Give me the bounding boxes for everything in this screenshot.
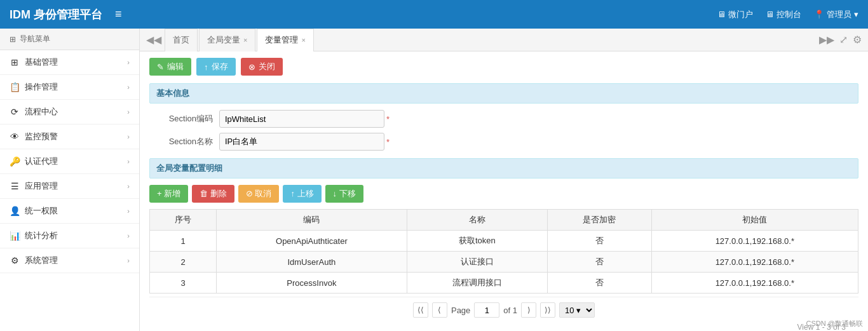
chevron-right-icon: › [127, 257, 130, 264]
tab-label: 变量管理 [265, 34, 298, 46]
page-size-select[interactable]: 10 ▾ 20 50 [559, 302, 595, 318]
table-cell: 1 [150, 231, 217, 252]
data-table: 序号编码名称是否加密初始值 1OpenApiAuthticater获取token… [149, 209, 858, 294]
table-cell: 否 [548, 231, 651, 252]
username-label: 管理员 [827, 9, 851, 20]
delete-button[interactable]: 🗑 删除 [192, 185, 234, 203]
sidebar-item-left: ⟳ 流程中心 [10, 106, 58, 118]
table-column-header: 名称 [407, 210, 548, 231]
tab-close-icon[interactable]: × [243, 36, 247, 44]
main-content: ◀◀ 首页全局变量×变量管理× ▶▶ ⤢ ⚙ ✎ 编辑 ↑ 保存 [140, 29, 868, 331]
table-cell: OpenApiAuthticater [217, 231, 407, 252]
tab-var-manage[interactable]: 变量管理× [257, 29, 313, 51]
table-body: 1OpenApiAuthticater获取token否127.0.0.1,192… [150, 231, 858, 294]
sidebar-item-basic[interactable]: ⊞ 基础管理 › [0, 50, 139, 75]
section-name-input[interactable] [219, 133, 384, 151]
table-cell: 127.0.0.1,192.168.0.* [651, 252, 858, 273]
table-cell: 获取token [407, 231, 548, 252]
table-row[interactable]: 3ProcessInvok流程调用接口否127.0.0.1,192.168.0.… [150, 273, 858, 294]
page-first-button[interactable]: ⟨⟨ [413, 302, 428, 318]
tab-settings-icon[interactable]: ⚙ [853, 34, 862, 46]
edit-icon: ✎ [157, 62, 164, 72]
sidebar-item-flow[interactable]: ⟳ 流程中心 › [0, 100, 139, 125]
chevron-right-icon: › [127, 232, 130, 240]
table-row[interactable]: 2IdmUserAuth认证接口否127.0.0.1,192.168.0.* [150, 252, 858, 273]
table-cell: 127.0.0.1,192.168.0.* [651, 231, 858, 252]
chevron-right-icon: › [127, 58, 130, 66]
sidebar-item-app[interactable]: ☰ 应用管理 › [0, 174, 139, 199]
page-label: Page [451, 306, 470, 315]
section-code-input[interactable] [219, 110, 384, 128]
page-input[interactable] [474, 302, 499, 318]
table-cell: 流程调用接口 [407, 273, 548, 294]
tab-close-icon[interactable]: × [301, 36, 305, 44]
tab-global-vars[interactable]: 全局变量× [199, 29, 255, 51]
table-cell: 2 [150, 252, 217, 273]
table-column-header: 序号 [150, 210, 217, 231]
sidebar-item-label: 监控预警 [25, 131, 58, 142]
csdn-footer: CSDN @数通畅联 [806, 319, 863, 328]
close-button[interactable]: ⊗ 关闭 [241, 58, 283, 76]
table-row[interactable]: 1OpenApiAuthticater获取token否127.0.0.1,192… [150, 231, 858, 252]
tab-nav-prev[interactable]: ◀◀ [143, 34, 165, 46]
sidebar-item-left: ⚙ 系统管理 [10, 255, 58, 266]
table-column-header: 是否加密 [548, 210, 651, 231]
sidebar-item-left: ☰ 应用管理 [10, 180, 58, 192]
sidebar-item-left: ⊞ 基础管理 [10, 57, 58, 68]
sidebar-item-ops[interactable]: 📋 操作管理 › [0, 75, 139, 100]
tab-expand-icon[interactable]: ⤢ [839, 34, 848, 46]
cancel-button[interactable]: ⊘ 取消 [238, 185, 280, 203]
sidebar-item-label: 操作管理 [25, 81, 58, 93]
portal-link[interactable]: 🖥 微门户 [717, 9, 753, 20]
chevron-right-icon: › [127, 83, 130, 91]
sidebar-items-container: ⊞ 基础管理 › 📋 操作管理 › ⟳ 流程中心 › 👁 监控预警 › [0, 50, 139, 273]
pagination: ⟨⟨ ⟨ Page of 1 ⟩ ⟩⟩ 10 ▾ 20 50 [149, 297, 858, 323]
close-icon: ⊗ [248, 62, 255, 72]
sidebar-item-left: 🔑 认证代理 [10, 156, 58, 167]
console-label: 控制台 [776, 9, 801, 20]
tab-home[interactable]: 首页 [165, 29, 198, 51]
section-code-required: * [386, 114, 390, 124]
tab-label: 全局变量 [207, 34, 240, 46]
sidebar-item-label: 系统管理 [25, 255, 58, 266]
sidebar-item-sys[interactable]: ⚙ 系统管理 › [0, 248, 139, 273]
page-last-button[interactable]: ⟩⟩ [540, 302, 555, 318]
table-column-header: 初始值 [651, 210, 858, 231]
sidebar-item-left: 📊 统计分析 [10, 230, 58, 241]
console-link[interactable]: 🖥 控制台 [766, 9, 801, 20]
sys-icon: ⚙ [10, 255, 20, 266]
save-button[interactable]: ↑ 保存 [196, 58, 236, 76]
save-icon: ↑ [204, 62, 208, 72]
page-next-button[interactable]: ⟩ [521, 302, 536, 318]
table-column-header: 编码 [217, 210, 407, 231]
grid-icon: ⊞ [10, 35, 16, 44]
user-menu[interactable]: 📍 管理员 ▾ [814, 9, 858, 20]
section-name-required: * [386, 137, 390, 147]
edit-button[interactable]: ✎ 编辑 [149, 58, 191, 76]
chevron-right-icon: › [127, 108, 130, 116]
monitor-icon: 👁 [10, 132, 20, 142]
tab-nav-next-icon[interactable]: ▶▶ [819, 34, 834, 46]
main-toolbar: ✎ 编辑 ↑ 保存 ⊗ 关闭 [149, 58, 858, 76]
sidebar: ⊞ 导航菜单 ⊞ 基础管理 › 📋 操作管理 › ⟳ 流程中心 › 👁 [0, 29, 140, 331]
sidebar-item-stats[interactable]: 📊 统计分析 › [0, 224, 139, 248]
hamburger-icon[interactable]: ≡ [115, 8, 122, 21]
header-right: 🖥 微门户 🖥 控制台 📍 管理员 ▾ [717, 9, 858, 20]
sidebar-item-perm[interactable]: 👤 统一权限 › [0, 199, 139, 224]
table-cell: 否 [548, 273, 651, 294]
sidebar-item-auth[interactable]: 🔑 认证代理 › [0, 149, 139, 174]
add-button[interactable]: + 新增 [149, 185, 188, 203]
tab-label: 首页 [173, 34, 189, 46]
portal-icon: 🖥 [717, 10, 726, 19]
section-name-group: Section名称 * [149, 133, 858, 151]
sidebar-item-monitor[interactable]: 👁 监控预警 › [0, 125, 139, 149]
sidebar-item-label: 认证代理 [25, 156, 58, 167]
move-up-button[interactable]: ↑ 上移 [283, 185, 321, 203]
table-cell: 认证接口 [407, 252, 548, 273]
move-down-button[interactable]: ↓ 下移 [325, 185, 363, 203]
tab-bar: ◀◀ 首页全局变量×变量管理× ▶▶ ⤢ ⚙ [140, 29, 868, 51]
table-cell: IdmUserAuth [217, 252, 407, 273]
table-cell: 否 [548, 252, 651, 273]
location-icon: 📍 [814, 10, 824, 19]
page-prev-button[interactable]: ⟨ [432, 302, 447, 318]
